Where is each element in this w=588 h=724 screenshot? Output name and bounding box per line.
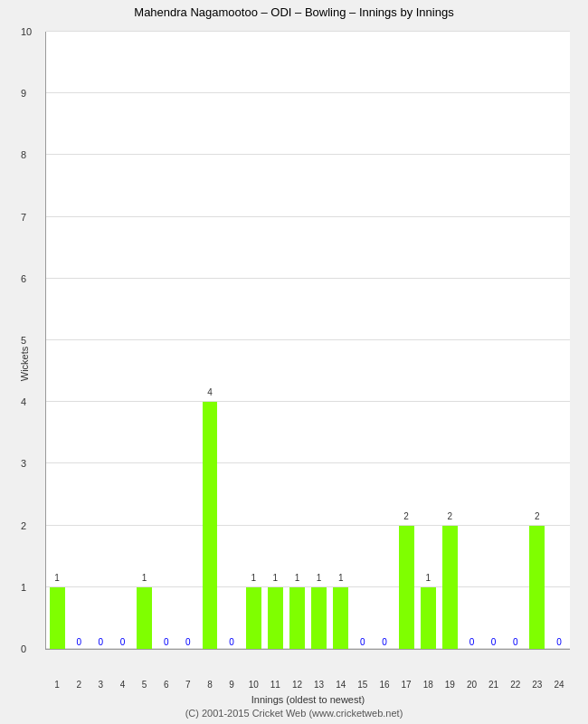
bar-zero-label-15: 0 bbox=[360, 637, 365, 647]
bar-1: 1 bbox=[50, 587, 65, 649]
bar-group-4: 0 bbox=[111, 32, 133, 649]
chart-area: Wickets 012345678910 1000100401111100212… bbox=[0, 23, 588, 704]
y-tick-2: 2 bbox=[21, 520, 26, 531]
bar-group-16: 0 bbox=[374, 32, 395, 649]
bar-group-23: 2 bbox=[526, 32, 548, 649]
bar-zero-label-16: 0 bbox=[382, 637, 387, 647]
x-tick-7: 7 bbox=[177, 680, 199, 690]
footer: (C) 2001-2015 Cricket Web (www.cricketwe… bbox=[0, 704, 588, 724]
x-axis-title: Innings (oldest to newest) bbox=[46, 694, 570, 705]
bar-11: 1 bbox=[268, 587, 283, 649]
bar-label-18: 1 bbox=[425, 573, 431, 583]
x-tick-12: 12 bbox=[286, 680, 308, 690]
y-tick-7: 7 bbox=[21, 212, 26, 223]
bar-label-23: 2 bbox=[535, 511, 540, 521]
x-tick-3: 3 bbox=[90, 680, 111, 690]
bar-17: 2 bbox=[399, 526, 414, 649]
bar-18: 1 bbox=[421, 587, 436, 649]
x-tick-8: 8 bbox=[199, 680, 221, 690]
y-tick-6: 6 bbox=[21, 273, 26, 284]
y-tick-10: 10 bbox=[21, 26, 32, 37]
x-tick-5: 5 bbox=[134, 680, 156, 690]
y-tick-4: 4 bbox=[21, 396, 26, 407]
bars-area: 100010040111110021200020 bbox=[46, 32, 570, 649]
bar-10: 1 bbox=[246, 587, 261, 649]
bar-label-8: 4 bbox=[207, 387, 213, 397]
bar-19: 2 bbox=[442, 526, 458, 649]
x-tick-21: 21 bbox=[483, 680, 505, 690]
bar-group-14: 1 bbox=[330, 32, 352, 649]
y-tick-5: 5 bbox=[21, 335, 26, 346]
x-tick-2: 2 bbox=[68, 680, 90, 690]
chart-title: Mahendra Nagamootoo – ODI – Bowling – In… bbox=[0, 0, 588, 23]
bar-group-15: 0 bbox=[352, 32, 374, 649]
bar-zero-label-22: 0 bbox=[513, 637, 518, 647]
y-tick-1: 1 bbox=[21, 582, 26, 593]
y-axis-label: Wickets bbox=[19, 346, 30, 381]
bar-5: 1 bbox=[137, 587, 152, 649]
x-axis-labels: 123456789101112131415161718192021222324 bbox=[46, 680, 570, 690]
x-tick-6: 6 bbox=[156, 680, 177, 690]
x-tick-9: 9 bbox=[221, 680, 242, 690]
bar-zero-label-24: 0 bbox=[556, 637, 562, 647]
bar-label-10: 1 bbox=[251, 573, 256, 583]
y-tick-0: 0 bbox=[21, 643, 26, 654]
bar-zero-label-21: 0 bbox=[491, 637, 497, 647]
bar-zero-label-4: 0 bbox=[120, 637, 126, 647]
chart-container: Mahendra Nagamootoo – ODI – Bowling – In… bbox=[0, 0, 588, 724]
bar-group-9: 0 bbox=[221, 32, 242, 649]
x-tick-4: 4 bbox=[111, 680, 133, 690]
bar-12: 1 bbox=[289, 587, 305, 649]
bar-group-3: 0 bbox=[90, 32, 111, 649]
bar-group-11: 1 bbox=[264, 32, 286, 649]
x-tick-18: 18 bbox=[417, 680, 439, 690]
x-tick-23: 23 bbox=[526, 680, 548, 690]
bar-zero-label-9: 0 bbox=[229, 637, 234, 647]
bar-zero-label-3: 0 bbox=[99, 637, 104, 647]
bar-label-5: 1 bbox=[142, 573, 147, 583]
bar-group-7: 0 bbox=[177, 32, 199, 649]
bar-group-17: 2 bbox=[395, 32, 417, 649]
bar-label-17: 2 bbox=[403, 511, 409, 521]
bar-group-21: 0 bbox=[483, 32, 505, 649]
bar-label-14: 1 bbox=[338, 573, 344, 583]
bar-8: 4 bbox=[203, 402, 218, 649]
x-tick-20: 20 bbox=[460, 680, 482, 690]
bar-group-12: 1 bbox=[286, 32, 308, 649]
bar-label-12: 1 bbox=[295, 573, 300, 583]
bar-zero-label-2: 0 bbox=[76, 637, 81, 647]
x-tick-11: 11 bbox=[264, 680, 286, 690]
bar-label-19: 2 bbox=[448, 511, 453, 521]
bar-group-24: 0 bbox=[548, 32, 570, 649]
bar-zero-label-20: 0 bbox=[469, 637, 475, 647]
bar-group-5: 1 bbox=[134, 32, 156, 649]
bar-group-6: 0 bbox=[156, 32, 177, 649]
bar-group-10: 1 bbox=[242, 32, 264, 649]
x-tick-22: 22 bbox=[505, 680, 526, 690]
x-tick-1: 1 bbox=[46, 680, 68, 690]
y-tick-8: 8 bbox=[21, 149, 26, 160]
bar-label-11: 1 bbox=[273, 573, 279, 583]
bar-zero-label-6: 0 bbox=[164, 637, 169, 647]
bar-group-19: 2 bbox=[439, 32, 460, 649]
bar-label-1: 1 bbox=[54, 573, 60, 583]
bar-group-18: 1 bbox=[417, 32, 439, 649]
y-tick-3: 3 bbox=[21, 458, 26, 469]
bar-group-20: 0 bbox=[460, 32, 482, 649]
bar-label-13: 1 bbox=[317, 573, 322, 583]
bar-13: 1 bbox=[311, 587, 327, 649]
x-tick-24: 24 bbox=[548, 680, 570, 690]
bar-group-13: 1 bbox=[308, 32, 330, 649]
bar-group-1: 1 bbox=[46, 32, 68, 649]
bar-14: 1 bbox=[333, 587, 348, 649]
x-tick-13: 13 bbox=[308, 680, 330, 690]
x-tick-16: 16 bbox=[374, 680, 395, 690]
bar-group-2: 0 bbox=[68, 32, 90, 649]
plot-area: 012345678910 100010040111110021200020 12… bbox=[45, 32, 570, 650]
x-tick-19: 19 bbox=[439, 680, 460, 690]
x-tick-17: 17 bbox=[395, 680, 417, 690]
bar-zero-label-7: 0 bbox=[185, 637, 191, 647]
bar-23: 2 bbox=[529, 526, 545, 649]
y-tick-9: 9 bbox=[21, 88, 26, 99]
x-tick-14: 14 bbox=[330, 680, 352, 690]
